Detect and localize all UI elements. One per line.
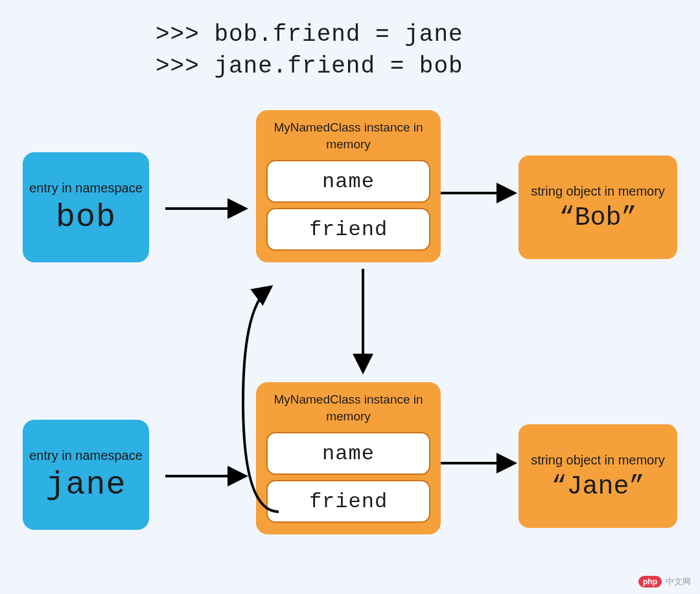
instance-bob: MyNamedClass instance in memory name fri…: [256, 110, 441, 262]
string-label: string object in memory: [531, 183, 665, 200]
string-jane: string object in memory “Jane”: [519, 424, 677, 528]
namespace-label: entry in namespace: [29, 179, 143, 196]
var-jane: jane: [45, 466, 126, 503]
instance-title: MyNamedClass instance in memory: [266, 391, 430, 424]
code-line-1: >>> bob.friend = jane: [156, 19, 463, 51]
string-value-jane: “Jane”: [551, 472, 644, 501]
watermark-badge: php: [638, 576, 662, 588]
watermark-text: 中文网: [666, 576, 691, 588]
attr-friend: friend: [266, 480, 430, 523]
namespace-entry-jane: entry in namespace jane: [23, 420, 149, 530]
attr-friend: friend: [266, 208, 430, 251]
attr-name: name: [266, 432, 430, 475]
watermark: php 中文网: [638, 576, 691, 588]
code-line-2: >>> jane.friend = bob: [156, 51, 463, 83]
string-label: string object in memory: [531, 451, 665, 468]
instance-title: MyNamedClass instance in memory: [266, 119, 430, 152]
namespace-label: entry in namespace: [29, 447, 143, 464]
string-bob: string object in memory “Bob”: [519, 155, 677, 259]
namespace-entry-bob: entry in namespace bob: [23, 152, 149, 262]
instance-jane: MyNamedClass instance in memory name fri…: [256, 382, 441, 534]
code-snippet: >>> bob.friend = jane >>> jane.friend = …: [156, 19, 463, 82]
var-bob: bob: [56, 199, 116, 236]
string-value-bob: “Bob”: [559, 203, 636, 233]
attr-name: name: [266, 160, 430, 203]
